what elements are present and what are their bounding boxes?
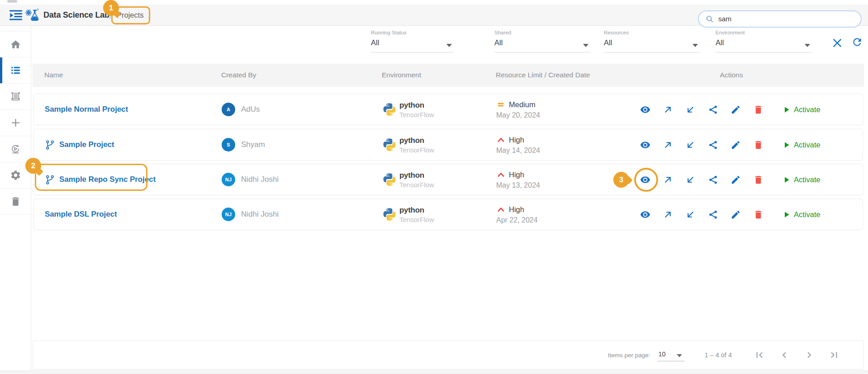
export-button[interactable] [663,104,673,115]
name-cell: Sample Normal Project [45,94,128,125]
previous-page-button[interactable] [778,349,790,361]
delete-button[interactable] [753,175,764,185]
view-button[interactable] [640,104,650,115]
arrow-up-right-icon [663,104,673,115]
search-box[interactable] [698,10,862,28]
created-by-cell: NJ Nidhi Joshi [222,164,279,195]
table-row: Sample Normal Project A AdUs python Tens… [33,94,863,125]
breadcrumb-projects[interactable]: Projects [117,11,144,19]
share-button[interactable] [708,140,718,150]
export-button[interactable] [663,209,673,220]
delete-button[interactable] [753,140,764,150]
callout-step-2-badge: 2 [25,158,41,174]
next-page-button[interactable] [803,349,815,361]
export-button[interactable] [663,175,673,185]
filter-running-status[interactable]: Running Status All [371,30,454,52]
created-by-cell: A AdUs [222,94,260,125]
eye-icon [640,175,650,185]
activate-button[interactable]: Activate [782,105,821,114]
last-page-button[interactable] [828,349,840,361]
resource-cell: Medium May 20, 2024 [496,94,540,125]
environment-framework: TensorFlow [399,111,434,118]
python-logo-icon [382,207,397,222]
first-page-button[interactable] [754,349,765,361]
share-button[interactable] [708,104,718,115]
sidebar-item-projects-list[interactable] [0,57,31,84]
activate-label: Activate [794,175,821,184]
play-icon [782,105,791,114]
top-bar: Data Science Lab | Projects [0,5,868,26]
import-button[interactable] [685,209,696,220]
bottom-strip [0,370,868,374]
share-icon [708,104,718,115]
activate-button[interactable]: Activate [782,175,821,185]
python-logo-icon [382,102,397,117]
share-icon [708,209,718,220]
project-name-link[interactable]: Sample Repo Sync Project [59,175,156,184]
avatar: S [222,138,235,151]
project-name-link[interactable]: Sample Project [59,140,114,149]
created-date: Apr 22, 2024 [496,216,538,224]
share-button[interactable] [708,209,718,220]
filter-shared[interactable]: Shared All [494,30,590,52]
export-button[interactable] [663,140,673,150]
edit-button[interactable] [730,104,741,115]
clear-filters-button[interactable] [831,37,845,51]
play-icon [782,140,791,150]
environment-cell: python TensorFlow [382,129,434,160]
edit-button[interactable] [730,140,741,150]
table-header: Name Created By Environment Resource Lim… [33,64,864,87]
top-strip [0,0,868,5]
data-science-lab-logo [24,8,40,23]
filter-underline [494,52,590,52]
sidebar-item-experiments[interactable] [0,136,31,162]
view-button[interactable] [640,209,650,220]
arrow-up-right-icon [663,175,673,185]
edit-button[interactable] [730,209,741,220]
filter-value: All [371,38,454,47]
refresh-button[interactable] [851,36,865,50]
filter-resources[interactable]: Resources All [604,30,700,52]
environment-framework: TensorFlow [399,216,434,223]
import-button[interactable] [685,140,696,150]
creator-name: Shyam [241,140,265,149]
view-button[interactable] [640,175,650,185]
trash-icon [10,196,21,207]
activate-button[interactable]: Activate [782,140,821,150]
table-row: Sample Repo Sync Project NJ Nidhi Joshi … [33,164,863,195]
actions-cell: Activate [640,129,821,160]
activate-button[interactable]: Activate [782,210,821,219]
environment-cell: python TensorFlow [382,199,434,230]
import-button[interactable] [685,175,696,185]
cycle-icon [10,143,21,155]
python-logo-icon [382,137,397,152]
menu-toggle-button[interactable] [9,9,23,22]
environment-name: python [399,171,434,180]
project-name-link[interactable]: Sample Normal Project [45,105,128,114]
sidebar-item-create-new[interactable] [0,110,31,136]
eye-icon [640,104,650,115]
home-icon [10,39,21,50]
page-size-select[interactable]: 10 [658,349,685,361]
import-button[interactable] [685,104,696,115]
resource-cell: High Apr 22, 2024 [496,199,538,230]
chevron-down-icon [805,44,810,47]
search-input[interactable] [718,15,854,23]
sidebar-item-pipelines[interactable] [0,84,31,110]
share-button[interactable] [708,175,718,185]
column-header-actions: Actions [679,71,783,79]
edit-button[interactable] [730,175,741,185]
sidebar-item-home[interactable] [0,31,31,57]
sidebar-item-trash[interactable] [0,189,31,215]
plus-icon [10,117,21,128]
created-date: May 14, 2024 [496,147,540,155]
delete-button[interactable] [753,209,764,220]
view-button[interactable] [640,140,650,150]
delete-button[interactable] [753,104,764,115]
activate-label: Activate [794,210,821,219]
resource-level: High [509,170,524,179]
share-icon [708,175,718,185]
filter-environment[interactable]: Environment All [716,30,812,52]
project-name-link[interactable]: Sample DSL Project [45,210,117,219]
activate-label: Activate [794,141,821,149]
